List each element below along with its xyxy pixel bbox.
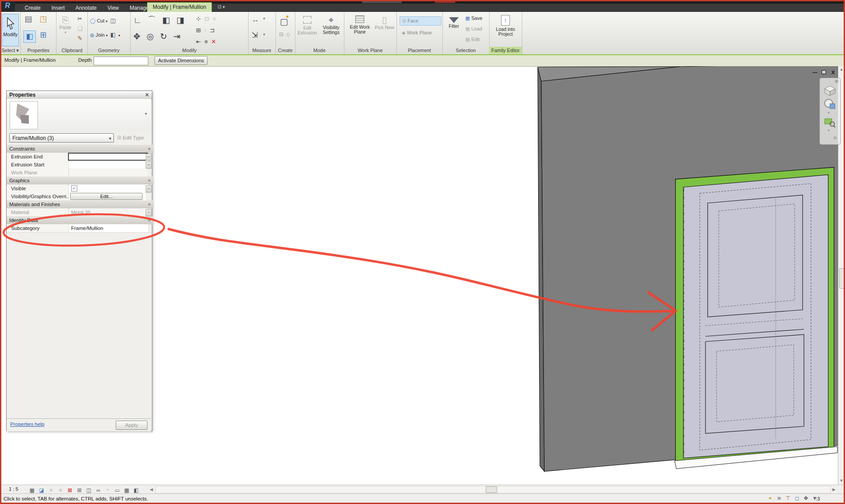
door-panel[interactable]	[683, 175, 828, 458]
editable-only-icon[interactable]: ⚭	[766, 495, 774, 501]
reveal-hidden-icon[interactable]: ▭	[113, 487, 121, 493]
panel-label-properties[interactable]: Properties	[21, 47, 56, 54]
measure-dropdown-arrow[interactable]: ▾	[263, 16, 265, 21]
filter-count-badge[interactable]: :3	[816, 496, 820, 501]
scroll-left-icon[interactable]: ◀	[148, 486, 155, 493]
offset-icon[interactable]: ⌒	[148, 15, 162, 25]
analytical-model-icon[interactable]: ◧	[132, 487, 140, 493]
navbar-close-icon[interactable]: ✕	[834, 79, 839, 84]
close-window-icon[interactable]: X	[830, 70, 837, 75]
load-selection-button[interactable]: ▦ Load	[465, 26, 482, 32]
view-cube-icon[interactable]	[824, 85, 836, 97]
edit-selection-button[interactable]: ▦ Edit	[465, 37, 479, 42]
visible-checkbox[interactable]: ✓	[71, 185, 77, 192]
minimize-icon[interactable]: —	[811, 70, 819, 75]
depth-input[interactable]	[94, 56, 148, 65]
associate-param-button[interactable]: ▭	[146, 185, 151, 192]
align-icon[interactable]: ∟	[133, 15, 148, 25]
scroll-right-icon[interactable]: ▶	[831, 486, 837, 493]
family-category-icon[interactable]: ◳	[39, 15, 47, 23]
rendering-dialog-icon[interactable]: ⊠	[66, 487, 74, 493]
save-selection-button[interactable]: ▦ Save	[465, 15, 483, 21]
apply-button[interactable]: Apply	[116, 421, 147, 430]
subcategory-dropdown[interactable]: Frame/Mullion	[68, 224, 148, 232]
copy-icon[interactable]: ❏	[76, 25, 84, 32]
measure-diagonal-icon[interactable]: ⇲	[252, 30, 258, 40]
navbar-dropdown-icon2[interactable]: ▾	[828, 128, 830, 132]
panel-label-clipboard[interactable]: Clipboard	[57, 47, 87, 54]
extrusion-end-input[interactable]	[68, 153, 148, 161]
scale-button[interactable]: 1 : 5	[9, 486, 18, 492]
associate-param-button[interactable]: ▭	[146, 154, 151, 161]
collapse-icon[interactable]: «	[146, 203, 154, 206]
placement-work-plane-option[interactable]: ◈ Work Plane	[400, 29, 441, 37]
panel-label-measure[interactable]: Measure	[248, 47, 275, 54]
panel-label-placement[interactable]: Placement	[396, 47, 442, 54]
panel-label-family-editor[interactable]: Family Editor	[489, 47, 522, 54]
group-header-identity-data[interactable]: Identity Data«	[7, 216, 154, 225]
visual-style-icon[interactable]: ◪	[38, 487, 45, 493]
press-drag-pin-icon[interactable]: ⊤	[784, 495, 792, 501]
pin-icon[interactable]: ⌗	[213, 15, 219, 22]
unlocked-view-icon[interactable]: ∞	[94, 487, 102, 493]
move-icon[interactable]: ✥	[133, 32, 147, 41]
tab-annotate[interactable]: Annotate	[71, 4, 101, 12]
tab-create[interactable]: Create	[20, 4, 45, 12]
scale-icon[interactable]: ⊞	[196, 27, 204, 34]
close-icon[interactable]: ✕	[145, 91, 149, 99]
edit-extrusion-button[interactable]: Edit Extrusion	[297, 15, 318, 35]
panel-label-create[interactable]: Create	[275, 47, 295, 54]
panel-label-work-plane[interactable]: Work Plane	[344, 47, 396, 54]
horizontal-scroll-thumb[interactable]	[486, 486, 497, 493]
tab-insert[interactable]: Insert	[47, 4, 69, 12]
edit-work-plane-button[interactable]: Edit Work Plane	[347, 15, 373, 34]
mirror-pick-axis-icon[interactable]: ◧	[162, 15, 177, 25]
align-edges-icon[interactable]: ⇤	[196, 38, 204, 45]
worksharing-display-icon[interactable]: ▦	[123, 487, 131, 493]
crop-view-icon[interactable]: ⊞	[75, 487, 83, 493]
application-menu-button[interactable]: R	[0, 0, 15, 11]
panel-label-selection[interactable]: Selection	[442, 47, 489, 54]
create-group-icon[interactable]: ⊟	[279, 31, 283, 38]
mirror-draw-axis-icon[interactable]: ◨	[177, 15, 191, 25]
delete-icon[interactable]: ✕	[211, 38, 220, 45]
preview-dropdown-icon[interactable]: ▾	[145, 111, 147, 116]
cut-geometry-button[interactable]: ◯ Cut ▾ ◫	[90, 17, 117, 24]
match-icon[interactable]: ≡	[204, 38, 211, 45]
placement-face-option[interactable]: ⊙ Face	[400, 16, 441, 26]
family-types-icon[interactable]: ⊞	[39, 31, 47, 38]
scroll-down-icon[interactable]: ▼	[838, 478, 845, 484]
unpin-icon[interactable]: ▫	[204, 27, 210, 34]
edit-overrides-button[interactable]: Edit...	[70, 193, 143, 200]
paint-icon[interactable]: ◧	[109, 31, 117, 38]
associate-param-button[interactable]: ≡	[146, 209, 151, 216]
group-header-constraints[interactable]: Constraints«	[7, 145, 154, 153]
trim-extend-icon[interactable]: ⇥	[173, 32, 186, 41]
group-header-graphics[interactable]: Graphics«	[7, 177, 154, 185]
zoom-tool-icon[interactable]	[824, 117, 836, 128]
links-icon[interactable]: ≋	[775, 495, 783, 501]
measure-between-refs-icon[interactable]: ↔	[252, 15, 259, 24]
exclude-options-icon[interactable]: ◻	[793, 495, 801, 501]
panel-label-modify[interactable]: Modify	[131, 47, 248, 54]
copy-element-icon[interactable]: ◎	[147, 32, 160, 41]
properties-palette-toggle[interactable]: ◧	[23, 30, 36, 43]
pick-new-button[interactable]: ▯ Pick New	[375, 15, 394, 30]
visibility-settings-button[interactable]: ⌖ Visibility Settings	[320, 15, 343, 35]
measure-dropdown-arrow2[interactable]: ▾	[263, 32, 265, 37]
associate-param-button[interactable]: ▭	[146, 162, 151, 169]
type-selector-dropdown[interactable]: Frame/Mullion (3) ▾	[9, 133, 114, 143]
shadows-icon[interactable]: ☀	[57, 487, 64, 493]
tab-view[interactable]: View	[103, 4, 123, 12]
vertical-scroll-thumb[interactable]	[839, 268, 845, 289]
panel-label-mode[interactable]: Mode	[295, 47, 344, 54]
panel-label-select[interactable]: Select ▾	[0, 47, 20, 54]
steering-wheel-icon[interactable]	[824, 98, 836, 110]
ribbon-cycle-button[interactable]: ⊡ ▾	[218, 4, 225, 9]
detail-level-icon[interactable]: ▦	[28, 487, 36, 493]
join-geometry-button[interactable]: ◍ Join ▾ ◧ ▾	[90, 31, 120, 38]
edit-type-button[interactable]: ⊞ Edit Type	[117, 133, 150, 143]
group-header-materials[interactable]: Materials and Finishes«	[7, 200, 154, 209]
filter-button[interactable]: Filter	[445, 15, 463, 29]
create-assembly-icon[interactable]: ◇	[286, 31, 290, 38]
